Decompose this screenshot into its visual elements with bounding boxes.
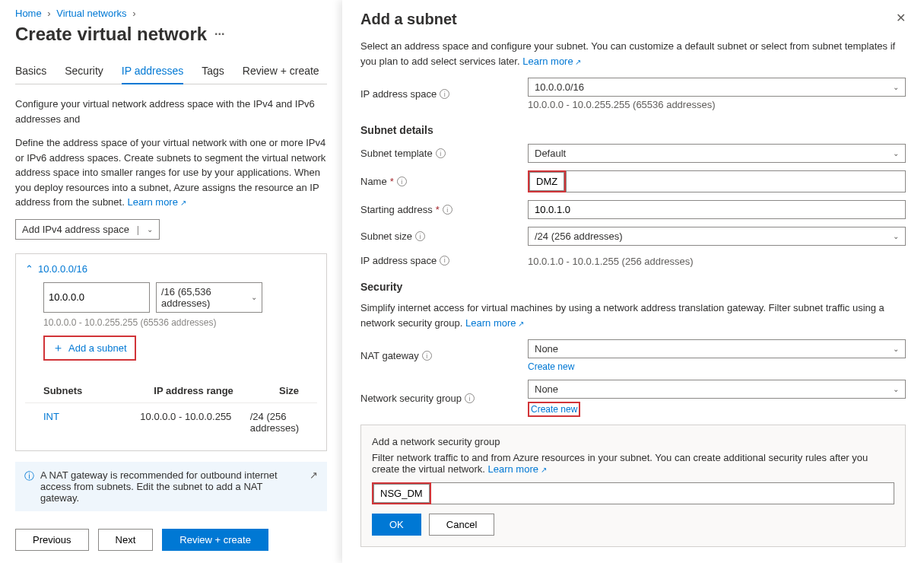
page-title: Create virtual network ···: [15, 24, 327, 45]
panel-desc-text: Select an address space and configure yo…: [360, 40, 895, 67]
tab-security[interactable]: Security: [65, 59, 103, 84]
nsg-card-title: Add a network security group: [372, 436, 894, 447]
chevron-down-icon: ⌄: [147, 225, 153, 234]
info-icon[interactable]: i: [415, 231, 425, 241]
info-icon[interactable]: i: [422, 351, 432, 361]
nsg-label: Network security group: [360, 393, 462, 404]
add-address-space-label: Add IPv4 address space: [22, 224, 129, 235]
nsg-card-desc: Filter network traffic to and from Azure…: [372, 452, 868, 475]
ip-space-hint: 10.0.0.0 - 10.0.255.255 (65536 addresses…: [528, 97, 906, 110]
calc-value: 10.0.1.0 - 10.0.1.255 (256 addresses): [528, 253, 906, 267]
size-select[interactable]: /24 (256 addresses)⌄: [528, 227, 906, 246]
chevron-down-icon: ⌄: [893, 345, 899, 353]
breadcrumb: Home › Virtual networks ›: [15, 8, 327, 19]
name-input-ext[interactable]: [566, 170, 906, 192]
learn-more-link[interactable]: Learn more: [465, 317, 524, 329]
learn-more-link[interactable]: Learn more: [487, 463, 546, 475]
security-desc: Simplify internet access for virtual mac…: [360, 301, 906, 330]
review-create-button[interactable]: Review + create: [162, 529, 268, 551]
panel-title: Add a subnet: [360, 11, 457, 28]
info-icon: ⓘ: [24, 469, 34, 504]
previous-button[interactable]: Previous: [15, 529, 89, 551]
start-label: Starting address: [360, 204, 433, 215]
subnet-range: 10.0.0.0 - 10.0.0.255: [140, 411, 249, 434]
template-label: Subnet template: [360, 148, 433, 159]
tabs: Basics Security IP addresses Tags Review…: [15, 59, 327, 84]
ip-space-label: IP address space: [360, 88, 437, 100]
panel-desc: Select an address space and configure yo…: [360, 39, 906, 68]
nsg-name-input[interactable]: [373, 484, 430, 503]
footer-bar: Previous Next Review + create: [15, 529, 268, 551]
tab-ip-addresses[interactable]: IP addresses: [122, 59, 183, 84]
cancel-button[interactable]: Cancel: [429, 514, 494, 536]
table-row[interactable]: INT 10.0.0.0 - 10.0.0.255 /24 (256 addre…: [25, 403, 317, 441]
subnet-table: Subnets IP address range Size INT 10.0.0…: [25, 379, 317, 441]
add-subnet-label: Add a subnet: [68, 342, 127, 354]
col-range: IP address range: [154, 385, 279, 396]
starting-address-input[interactable]: [528, 200, 906, 219]
template-value: Default: [535, 148, 566, 159]
chevron-down-icon: ⌄: [893, 149, 899, 157]
info-icon[interactable]: i: [465, 393, 475, 403]
info-icon[interactable]: i: [443, 205, 452, 215]
tab-basics[interactable]: Basics: [15, 59, 46, 84]
nat-recommendation-text: A NAT gateway is recommended for outboun…: [40, 469, 303, 504]
template-select[interactable]: Default⌄: [528, 144, 906, 163]
nat-label: NAT gateway: [360, 350, 419, 361]
breadcrumb-home[interactable]: Home: [15, 8, 42, 19]
info-icon[interactable]: i: [440, 89, 449, 99]
nsg-create-new[interactable]: Create new: [531, 404, 577, 415]
address-size-select[interactable]: /16 (65,536 addresses) ⌄: [156, 282, 262, 313]
plus-icon: ＋: [52, 341, 64, 355]
nsg-name-input-ext[interactable]: [431, 482, 894, 504]
ip-space-value: 10.0.0.0/16: [535, 81, 584, 93]
dismiss-icon[interactable]: ↗: [310, 469, 318, 504]
add-subnet-button[interactable]: ＋ Add a subnet: [43, 336, 136, 361]
nat-select[interactable]: None⌄: [528, 339, 906, 358]
address-range-text: 10.0.0.0 - 10.0.255.255 (65536 addresses…: [43, 317, 317, 328]
subnet-name[interactable]: INT: [43, 411, 140, 434]
size-value: /24 (256 addresses): [535, 231, 623, 242]
chevron-down-icon: ⌄: [893, 83, 899, 91]
ok-button[interactable]: OK: [372, 514, 421, 536]
learn-more-link[interactable]: Learn more: [522, 56, 581, 67]
info-icon[interactable]: i: [436, 148, 446, 158]
nsg-value: None: [535, 383, 558, 395]
address-space-block: ⌃ 10.0.0.0/16 /16 (65,536 addresses) ⌄ 1…: [15, 253, 327, 451]
address-space-cidr: 10.0.0.0/16: [38, 263, 87, 275]
ip-space-select[interactable]: 10.0.0.0/16⌄: [528, 78, 906, 97]
section-security: Security: [360, 281, 906, 293]
size-label: Subnet size: [360, 231, 412, 242]
info-icon[interactable]: i: [397, 177, 407, 186]
close-icon[interactable]: ✕: [896, 11, 906, 25]
add-subnet-panel: Add a subnet ✕ Select an address space a…: [342, 0, 924, 563]
chevron-down-icon: ⌄: [893, 232, 899, 240]
address-base-input[interactable]: [43, 282, 150, 313]
security-desc-text: Simplify internet access for virtual mac…: [360, 302, 884, 329]
section-subnet-details: Subnet details: [360, 124, 906, 136]
chevron-down-icon: ⌄: [893, 385, 899, 393]
learn-more-link[interactable]: Learn more: [127, 196, 186, 208]
breadcrumb-vnets[interactable]: Virtual networks: [56, 8, 126, 19]
name-input[interactable]: [529, 172, 564, 191]
info-icon[interactable]: i: [440, 256, 449, 266]
nsg-card: Add a network security group Filter netw…: [360, 425, 906, 547]
page-title-text: Create virtual network: [15, 24, 207, 45]
nat-create-new[interactable]: Create new: [528, 361, 574, 372]
chevron-right-icon: ›: [132, 8, 135, 19]
nsg-select[interactable]: None⌄: [528, 380, 906, 399]
intro-text-2: Define the address space of your virtual…: [15, 135, 327, 210]
subnet-size: /24 (256 addresses): [250, 411, 299, 434]
next-button[interactable]: Next: [98, 529, 154, 551]
col-size: Size: [279, 385, 299, 396]
tab-tags[interactable]: Tags: [202, 59, 224, 84]
tab-review[interactable]: Review + create: [243, 59, 319, 84]
nat-value: None: [535, 343, 558, 355]
divider-icon: |: [137, 224, 139, 235]
add-address-space-dropdown[interactable]: Add IPv4 address space | ⌄: [15, 219, 160, 240]
chevron-up-icon: ⌃: [25, 263, 33, 275]
address-space-header[interactable]: ⌃ 10.0.0.0/16: [25, 263, 317, 275]
more-icon[interactable]: ···: [214, 27, 224, 41]
nat-recommendation: ⓘ A NAT gateway is recommended for outbo…: [15, 462, 327, 511]
chevron-down-icon: ⌄: [251, 293, 257, 301]
